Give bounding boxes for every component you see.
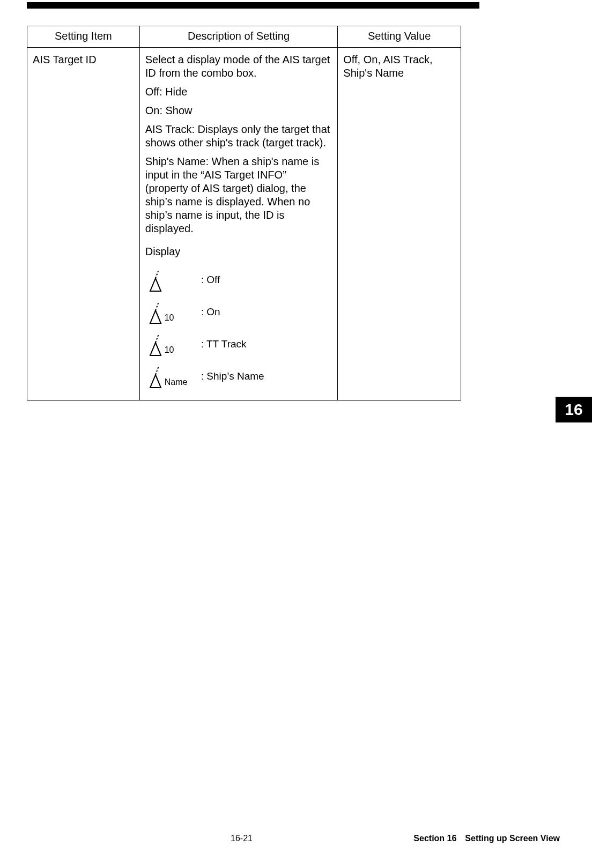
header-rule — [27, 2, 479, 9]
col-header-value: Setting Value — [338, 26, 461, 48]
svg-marker-6 — [150, 375, 161, 388]
display-label: : TT Track — [201, 338, 247, 351]
section-tab: 16 — [556, 397, 592, 422]
ais-triangle-icon — [147, 268, 164, 292]
svg-line-7 — [156, 366, 159, 375]
display-header: Display — [145, 245, 332, 258]
col-header-item: Setting Item — [27, 26, 140, 48]
ais-symbol: 10 — [147, 332, 188, 357]
display-row-ships-name: Name : Ship’s Name — [147, 360, 332, 392]
display-row-tt-track: 10 : TT Track — [147, 328, 332, 360]
svg-marker-2 — [150, 310, 161, 323]
svg-line-5 — [156, 334, 159, 343]
svg-line-3 — [156, 302, 159, 310]
svg-marker-0 — [150, 278, 161, 291]
ais-symbol-subscript: Name — [165, 377, 188, 388]
display-examples: Display : Off — [145, 245, 332, 392]
desc-paragraph: Ship's Name: When a ship's name is input… — [145, 155, 332, 235]
desc-paragraph: Off: Hide — [145, 85, 332, 99]
footer: 16-21 Section 16 Setting up Screen View — [27, 834, 560, 850]
ais-triangle-icon — [147, 332, 164, 357]
table-row: AIS Target ID Select a display mode of t… — [27, 48, 461, 400]
ais-symbol-subscript: 10 — [165, 313, 174, 323]
ais-symbol: Name — [147, 364, 188, 389]
ais-triangle-icon — [147, 364, 164, 389]
ais-symbol-subscript: 10 — [165, 345, 174, 355]
display-row-off: : Off — [147, 264, 332, 296]
svg-line-1 — [156, 270, 159, 278]
ais-symbol — [147, 268, 188, 292]
desc-paragraph: Select a display mode of the AIS target … — [145, 53, 332, 80]
display-label: : On — [201, 306, 220, 318]
display-row-on: 10 : On — [147, 296, 332, 328]
ais-triangle-icon — [147, 300, 164, 324]
settings-table: Setting Item Description of Setting Sett… — [27, 26, 461, 400]
section-title: Section 16 Setting up Screen View — [413, 834, 560, 843]
table-header-row: Setting Item Description of Setting Sett… — [27, 26, 461, 48]
col-header-desc: Description of Setting — [139, 26, 338, 48]
display-label: : Off — [201, 273, 220, 286]
content: Setting Item Description of Setting Sett… — [27, 26, 461, 400]
cell-description: Select a display mode of the AIS target … — [139, 48, 338, 400]
desc-paragraph: On: Show — [145, 104, 332, 117]
svg-marker-4 — [150, 343, 161, 355]
desc-paragraph: AIS Track: Displays only the target that… — [145, 123, 332, 150]
page-number: 16-21 — [231, 834, 253, 843]
display-label: : Ship’s Name — [201, 370, 264, 383]
ais-symbol: 10 — [147, 300, 188, 324]
cell-item: AIS Target ID — [27, 48, 140, 400]
cell-value: Off, On, AIS Track, Ship's Name — [338, 48, 461, 400]
